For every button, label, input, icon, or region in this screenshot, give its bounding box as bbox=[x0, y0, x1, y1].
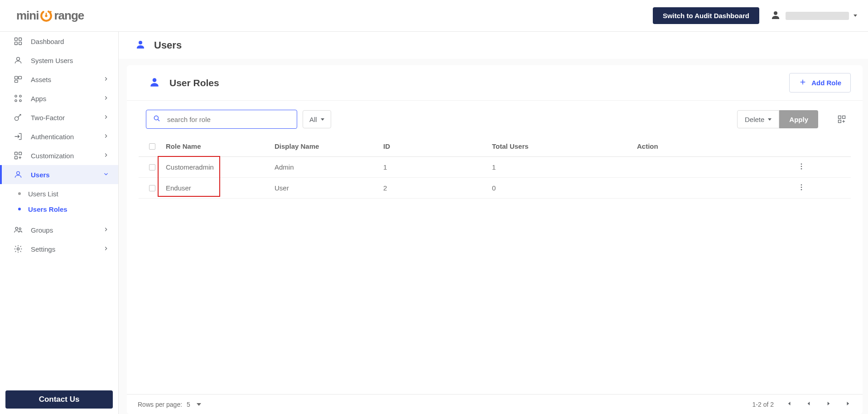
col-total-users: Total Users bbox=[492, 142, 637, 150]
pagination-range: 1-2 of 2 bbox=[752, 401, 774, 408]
svg-point-34 bbox=[801, 163, 802, 165]
page-title: Users bbox=[154, 39, 182, 51]
plus-icon bbox=[799, 78, 807, 88]
two-factor-icon bbox=[14, 113, 24, 122]
user-menu[interactable] bbox=[770, 10, 857, 22]
next-page-button[interactable] bbox=[825, 400, 832, 408]
rows-per-page[interactable]: Rows per page: 5 bbox=[138, 401, 201, 408]
svg-point-21 bbox=[17, 171, 20, 175]
card-header: User Roles Add Role bbox=[127, 65, 863, 101]
sidebar-item-system-users[interactable]: System Users bbox=[0, 51, 118, 70]
sidebar-item-groups[interactable]: Groups bbox=[0, 220, 118, 239]
roles-card: User Roles Add Role All bbox=[127, 65, 863, 414]
apps-icon bbox=[14, 94, 24, 103]
delete-button[interactable]: Delete bbox=[737, 110, 779, 128]
chevron-right-icon bbox=[103, 114, 109, 122]
svg-point-9 bbox=[17, 57, 20, 60]
per-page-value: 5 bbox=[187, 401, 190, 408]
system-users-icon bbox=[14, 56, 24, 65]
chevron-down-icon bbox=[103, 171, 109, 179]
prev-page-button[interactable] bbox=[805, 400, 812, 408]
sidebar-item-settings[interactable]: Settings bbox=[0, 239, 118, 258]
groups-icon bbox=[14, 225, 24, 234]
caret-down-icon bbox=[768, 118, 772, 121]
sidebar-item-customization[interactable]: Customization bbox=[0, 146, 118, 165]
grid-columns-button[interactable] bbox=[833, 110, 851, 128]
page-header: Users bbox=[119, 32, 868, 59]
svg-point-24 bbox=[17, 248, 19, 250]
contact-us-button[interactable]: Contact Us bbox=[5, 390, 113, 409]
sidebar-item-apps[interactable]: Apps bbox=[0, 89, 118, 108]
filter-label: All bbox=[309, 116, 317, 123]
svg-rect-12 bbox=[15, 80, 18, 83]
caret-down-icon bbox=[854, 15, 857, 17]
svg-point-35 bbox=[801, 166, 802, 167]
svg-point-15 bbox=[15, 100, 17, 102]
col-id: ID bbox=[383, 142, 492, 150]
brand-mini: mini bbox=[16, 9, 39, 23]
sidebar-subitem-users-list[interactable]: Users List bbox=[0, 186, 118, 201]
sidebar-subitem-label: Users Roles bbox=[28, 205, 68, 213]
cell-total-users: 1 bbox=[492, 163, 637, 171]
row-checkbox[interactable] bbox=[149, 185, 155, 191]
sidebar-item-label: Groups bbox=[31, 226, 53, 234]
sidebar-item-users[interactable]: Users bbox=[0, 165, 118, 184]
svg-rect-6 bbox=[19, 38, 22, 41]
first-page-button[interactable] bbox=[786, 400, 792, 408]
sidebar-item-two-factor[interactable]: Two-Factor bbox=[0, 108, 118, 127]
svg-rect-10 bbox=[15, 76, 18, 79]
sidebar-item-label: Customization bbox=[31, 152, 74, 160]
last-page-button[interactable] bbox=[845, 400, 852, 408]
assets-icon bbox=[14, 75, 24, 84]
chevron-right-icon bbox=[103, 95, 109, 102]
sidebar-item-label: Users bbox=[31, 171, 50, 179]
bullet-icon bbox=[18, 208, 21, 210]
svg-point-22 bbox=[15, 227, 18, 229]
switch-dashboard-button[interactable]: Switch to Audit Dashboard bbox=[653, 7, 759, 24]
svg-point-25 bbox=[139, 41, 142, 44]
sidebar-item-label: System Users bbox=[31, 57, 73, 64]
svg-point-36 bbox=[801, 168, 802, 170]
per-page-label: Rows per page: bbox=[138, 401, 182, 408]
bullet-icon bbox=[18, 192, 21, 195]
select-all-checkbox[interactable] bbox=[149, 143, 155, 150]
sidebar-subitem-users-roles[interactable]: Users Roles bbox=[0, 201, 118, 217]
svg-rect-5 bbox=[15, 38, 18, 41]
topbar: mini range Switch to Audit Dashboard bbox=[0, 0, 868, 32]
user-icon bbox=[770, 10, 781, 22]
svg-rect-7 bbox=[15, 42, 18, 45]
main: Users User Roles Add Role bbox=[119, 32, 868, 414]
col-display-name: Display Name bbox=[275, 142, 383, 150]
search-box[interactable] bbox=[146, 110, 297, 129]
filter-all-button[interactable]: All bbox=[303, 110, 331, 128]
apply-button[interactable]: Apply bbox=[779, 110, 818, 128]
row-checkbox[interactable] bbox=[149, 164, 155, 170]
customization-icon bbox=[14, 151, 24, 160]
sidebar-item-label: Authentication bbox=[31, 133, 74, 141]
sidebar-users-submenu: Users List Users Roles bbox=[0, 184, 118, 220]
col-role-name: Role Name bbox=[166, 142, 275, 150]
page-user-icon bbox=[135, 39, 146, 52]
cell-display-name: Admin bbox=[275, 163, 383, 171]
sidebar-item-label: Two-Factor bbox=[31, 114, 65, 122]
user-name-placeholder bbox=[786, 12, 849, 20]
add-role-button[interactable]: Add Role bbox=[789, 73, 851, 93]
svg-rect-11 bbox=[19, 76, 22, 79]
sidebar-item-assets[interactable]: Assets bbox=[0, 70, 118, 89]
dashboard-icon bbox=[14, 37, 24, 46]
add-role-label: Add Role bbox=[811, 79, 841, 87]
sidebar-item-label: Settings bbox=[31, 245, 55, 253]
svg-rect-19 bbox=[19, 152, 22, 155]
svg-rect-8 bbox=[19, 42, 22, 45]
sidebar-item-authentication[interactable]: Authentication bbox=[0, 127, 118, 146]
svg-point-4 bbox=[774, 11, 777, 15]
row-actions-button[interactable] bbox=[797, 183, 805, 193]
brand-o-icon bbox=[39, 9, 53, 23]
row-actions-button[interactable] bbox=[797, 162, 805, 172]
section-user-icon bbox=[149, 76, 160, 90]
cell-id: 1 bbox=[383, 163, 492, 171]
sidebar-item-label: Dashboard bbox=[31, 38, 64, 45]
search-input[interactable] bbox=[167, 116, 290, 123]
svg-point-23 bbox=[19, 228, 21, 229]
sidebar-item-dashboard[interactable]: Dashboard bbox=[0, 32, 118, 51]
